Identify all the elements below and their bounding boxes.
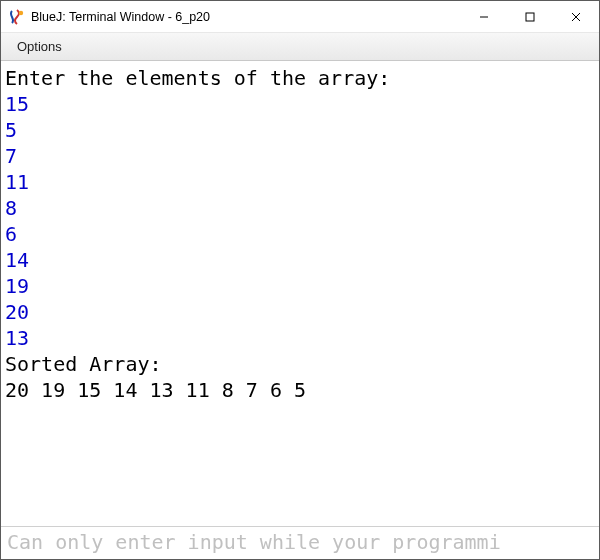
- terminal-line-input: 6: [5, 221, 595, 247]
- terminal-line-input: 20: [5, 299, 595, 325]
- terminal-output: Enter the elements of the array:15571186…: [1, 61, 599, 526]
- terminal-line-input: 7: [5, 143, 595, 169]
- menu-options[interactable]: Options: [7, 36, 72, 57]
- terminal-line-input: 13: [5, 325, 595, 351]
- terminal-line-input: 5: [5, 117, 595, 143]
- minimize-button[interactable]: [461, 1, 507, 32]
- terminal-input[interactable]: [5, 529, 595, 555]
- terminal-line-output: 20 19 15 14 13 11 8 7 6 5: [5, 377, 595, 403]
- terminal-line-input: 15: [5, 91, 595, 117]
- maximize-button[interactable]: [507, 1, 553, 32]
- terminal-line-output: Enter the elements of the array:: [5, 65, 595, 91]
- terminal-line-input: 19: [5, 273, 595, 299]
- svg-point-0: [19, 10, 23, 14]
- close-button[interactable]: [553, 1, 599, 32]
- svg-rect-2: [526, 13, 534, 21]
- menu-bar: Options: [1, 33, 599, 61]
- title-bar: BlueJ: Terminal Window - 6_p20: [1, 1, 599, 33]
- terminal-line-input: 8: [5, 195, 595, 221]
- terminal-line-input: 14: [5, 247, 595, 273]
- terminal-line-output: Sorted Array:: [5, 351, 595, 377]
- window-controls: [461, 1, 599, 32]
- terminal-line-input: 11: [5, 169, 595, 195]
- window-title: BlueJ: Terminal Window - 6_p20: [31, 10, 461, 24]
- terminal-input-bar: [1, 526, 599, 559]
- bluej-icon: [9, 9, 25, 25]
